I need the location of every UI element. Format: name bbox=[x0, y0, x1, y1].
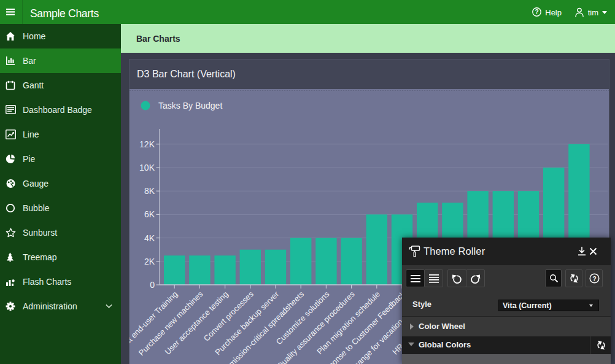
svg-text:6K: 6K bbox=[144, 209, 155, 219]
svg-text:Tasks By Budget: Tasks By Budget bbox=[158, 101, 222, 110]
svg-text:?: ? bbox=[592, 275, 596, 282]
svg-text:0: 0 bbox=[150, 280, 155, 290]
svg-text:4K: 4K bbox=[144, 233, 155, 243]
svg-text:8K: 8K bbox=[144, 186, 155, 196]
svg-text:?: ? bbox=[535, 9, 538, 15]
svg-text:10K: 10K bbox=[139, 163, 155, 172]
svg-text:12K: 12K bbox=[139, 139, 155, 149]
svg-text:2K: 2K bbox=[144, 257, 155, 266]
